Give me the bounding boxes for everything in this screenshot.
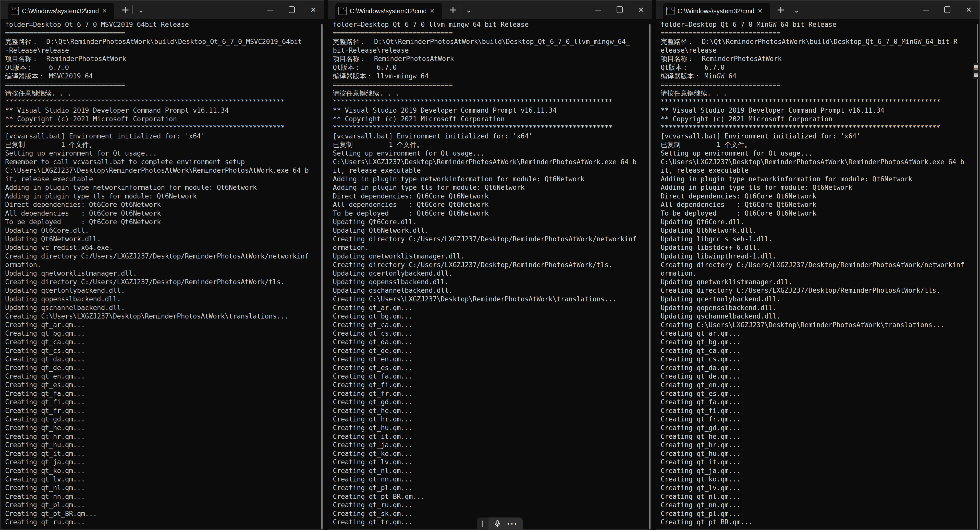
tab-cmd[interactable]: C:\_ C:\Windows\system32\cmd.exe ✕ [8, 3, 115, 19]
scroll-mark-orange [974, 69, 978, 69]
scrollbar-marks[interactable] [973, 63, 980, 79]
titlebar-separator [132, 5, 133, 14]
tab-close-icon[interactable]: ✕ [758, 8, 762, 14]
more-options-button[interactable]: ••• [507, 521, 518, 527]
titlebar[interactable]: C:\_ C:\Windows\system32\cmd.exe ✕ + ⌄ —… [0, 0, 324, 19]
scrollbar[interactable] [649, 24, 651, 529]
titlebar-separator [460, 5, 460, 14]
terminal-content[interactable]: folder=Desktop_Qt_6_7_0_MSVC2019_64bit-R… [0, 19, 324, 530]
maximize-button[interactable] [281, 0, 302, 19]
terminal-content[interactable]: folder=Desktop_Qt_6_7_0_MinGW_64_bit-Rel… [656, 19, 980, 530]
terminal-window-mingw: C:\_ C:\Windows\system32\cmd.exe ✕ + ⌄ —… [655, 0, 980, 530]
voice-typing-widget[interactable]: ••• [477, 517, 523, 530]
text-caret [482, 520, 484, 527]
terminal-output: folder=Desktop_Qt_6_7_0_MSVC2019_64bit-R… [0, 19, 324, 527]
cmd-icon: C:\_ [339, 7, 347, 15]
tab-close-icon[interactable]: ✕ [102, 8, 107, 14]
scrollbar[interactable] [321, 24, 323, 529]
terminal-content[interactable]: folder=Desktop_Qt_6_7_0_llvm_mingw_64_bi… [328, 19, 652, 530]
close-button[interactable]: ✕ [630, 0, 652, 19]
tab-dropdown-icon[interactable]: ⌄ [794, 5, 800, 14]
titlebar[interactable]: C:\_ C:\Windows\system32\cmd.exe ✕ + ⌄ —… [328, 0, 652, 19]
scroll-mark-green [974, 77, 978, 77]
cmd-icon: C:\_ [11, 7, 19, 15]
new-tab-button[interactable]: + [121, 4, 130, 16]
minimize-button[interactable]: — [915, 0, 937, 19]
new-tab-button[interactable]: + [776, 4, 785, 16]
close-button[interactable]: ✕ [302, 0, 324, 19]
desktop: C:\_ C:\Windows\system32\cmd.exe ✕ + ⌄ —… [0, 0, 980, 530]
scroll-marks-dashes [974, 64, 978, 78]
scrollbar[interactable] [977, 24, 978, 529]
minimize-button[interactable]: — [259, 0, 281, 19]
terminal-output: folder=Desktop_Qt_6_7_0_llvm_mingw_64_bi… [328, 19, 652, 527]
window-controls: — ✕ [587, 0, 652, 19]
tab-cmd[interactable]: C:\_ C:\Windows\system32\cmd.exe ✕ [335, 3, 442, 19]
terminal-output: folder=Desktop_Qt_6_7_0_MinGW_64_bit-Rel… [656, 19, 980, 527]
tab-cmd[interactable]: C:\_ C:\Windows\system32\cmd.exe ✕ [663, 3, 770, 19]
tab-close-icon[interactable]: ✕ [430, 8, 434, 14]
terminal-window-msvc2019: C:\_ C:\Windows\system32\cmd.exe ✕ + ⌄ —… [0, 0, 325, 530]
microphone-icon[interactable] [494, 520, 501, 528]
window-controls: — ✕ [259, 0, 324, 19]
minimize-button[interactable]: — [587, 0, 609, 19]
tab-dropdown-icon[interactable]: ⌄ [466, 5, 472, 14]
maximize-icon [289, 6, 295, 13]
terminal-window-llvm-mingw: C:\_ C:\Windows\system32\cmd.exe ✕ + ⌄ —… [328, 0, 652, 530]
text-cursor-segment [477, 517, 488, 530]
screen: { "theme": { "terminal_bg": "#0c0c0c", "… [0, 0, 980, 530]
tab-title: C:\Windows\system32\cmd.exe [678, 7, 754, 15]
tab-title: C:\Windows\system32\cmd.exe [22, 7, 99, 15]
tab-title: C:\Windows\system32\cmd.exe [350, 7, 426, 15]
maximize-button[interactable] [937, 0, 958, 19]
maximize-icon [617, 6, 623, 13]
new-tab-button[interactable]: + [449, 4, 457, 16]
maximize-icon [944, 6, 950, 13]
cmd-icon: C:\_ [667, 7, 675, 15]
tab-dropdown-icon[interactable]: ⌄ [138, 5, 144, 14]
titlebar-separator [788, 5, 788, 14]
maximize-button[interactable] [609, 0, 630, 19]
titlebar[interactable]: C:\_ C:\Windows\system32\cmd.exe ✕ + ⌄ —… [656, 0, 980, 19]
close-button[interactable]: ✕ [958, 0, 980, 19]
window-controls: — ✕ [915, 0, 980, 19]
